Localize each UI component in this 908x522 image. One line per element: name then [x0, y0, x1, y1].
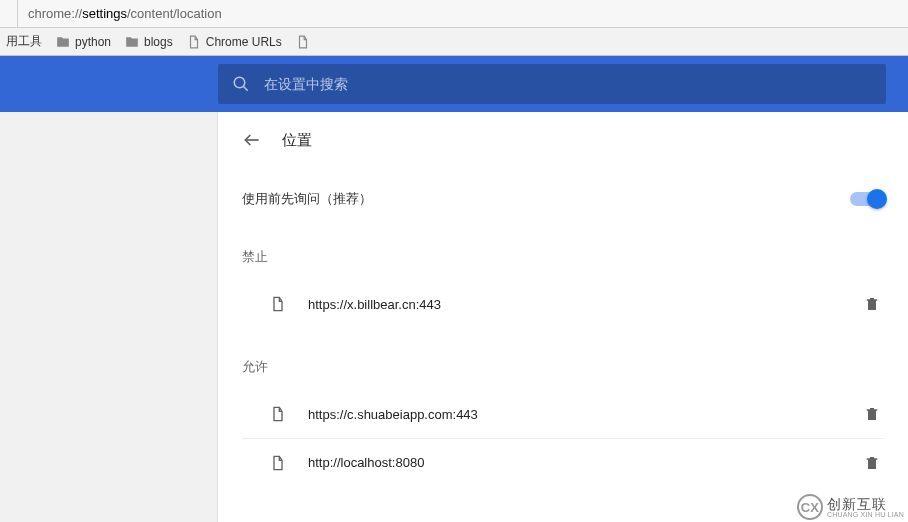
back-button[interactable]: [242, 130, 262, 150]
title-row: 位置: [242, 130, 884, 150]
allow-section: 允许 https://c.shuabeiapp.com:443 http://l…: [242, 358, 884, 486]
address-bar: chrome://settings/content/location: [0, 0, 908, 28]
ask-before-row[interactable]: 使用前先询问（推荐）: [242, 190, 884, 208]
addr-left-edge: [8, 0, 18, 27]
site-url: https://x.billbear.cn:443: [308, 297, 864, 312]
folder-icon: [56, 35, 70, 49]
page-title: 位置: [282, 131, 312, 150]
site-url: https://c.shuabeiapp.com:443: [308, 407, 864, 422]
bookmark-item-python[interactable]: python: [56, 35, 111, 49]
settings-header: [0, 56, 908, 112]
arrow-left-icon: [242, 130, 262, 150]
bookmarks-bar: 用工具 python blogs Chrome URLs: [0, 28, 908, 56]
url-prefix: chrome://: [28, 6, 82, 21]
allow-section-label: 允许: [242, 358, 884, 376]
url-host: settings: [82, 6, 127, 21]
search-input[interactable]: [264, 76, 872, 92]
site-url: http://localhost:8080: [308, 455, 864, 470]
trash-icon[interactable]: [864, 455, 880, 471]
bookmark-label: Chrome URLs: [206, 35, 282, 49]
bookmark-item-tools[interactable]: 用工具: [6, 33, 42, 50]
url-display[interactable]: chrome://settings/content/location: [28, 6, 222, 21]
settings-sidebar: [0, 112, 218, 522]
folder-icon: [125, 35, 139, 49]
settings-content: 位置 使用前先询问（推荐） 禁止 https://x.billbear.cn:4…: [218, 112, 908, 522]
file-icon: [270, 406, 286, 422]
file-icon: [270, 455, 286, 471]
toggle-knob: [867, 189, 887, 209]
svg-line-1: [243, 86, 248, 91]
svg-point-0: [234, 77, 245, 88]
bookmark-item-empty[interactable]: [296, 35, 310, 49]
site-row[interactable]: http://localhost:8080: [242, 438, 884, 486]
location-settings-card: 位置 使用前先询问（推荐） 禁止 https://x.billbear.cn:4…: [218, 112, 908, 486]
main-area: 位置 使用前先询问（推荐） 禁止 https://x.billbear.cn:4…: [0, 112, 908, 522]
watermark-cn: 创新互联: [827, 497, 904, 511]
bookmark-label: python: [75, 35, 111, 49]
file-icon: [187, 35, 201, 49]
trash-icon[interactable]: [864, 406, 880, 422]
search-icon: [232, 75, 250, 93]
ask-label: 使用前先询问（推荐）: [242, 190, 372, 208]
block-section: 禁止 https://x.billbear.cn:443: [242, 248, 884, 328]
watermark-logo-icon: CX: [797, 494, 823, 520]
file-icon: [296, 35, 310, 49]
ask-toggle[interactable]: [850, 192, 884, 206]
site-row[interactable]: https://x.billbear.cn:443: [242, 280, 884, 328]
settings-search-box[interactable]: [218, 64, 886, 104]
site-row[interactable]: https://c.shuabeiapp.com:443: [242, 390, 884, 438]
watermark: CX 创新互联 CHUANG XIN HU LIAN: [797, 494, 904, 520]
bookmark-label: blogs: [144, 35, 173, 49]
trash-icon[interactable]: [864, 296, 880, 312]
block-section-label: 禁止: [242, 248, 884, 266]
watermark-en: CHUANG XIN HU LIAN: [827, 511, 904, 518]
bookmark-item-blogs[interactable]: blogs: [125, 35, 173, 49]
bookmark-item-chrome-urls[interactable]: Chrome URLs: [187, 35, 282, 49]
url-path: /content/location: [127, 6, 222, 21]
file-icon: [270, 296, 286, 312]
bookmark-label: 用工具: [6, 33, 42, 50]
